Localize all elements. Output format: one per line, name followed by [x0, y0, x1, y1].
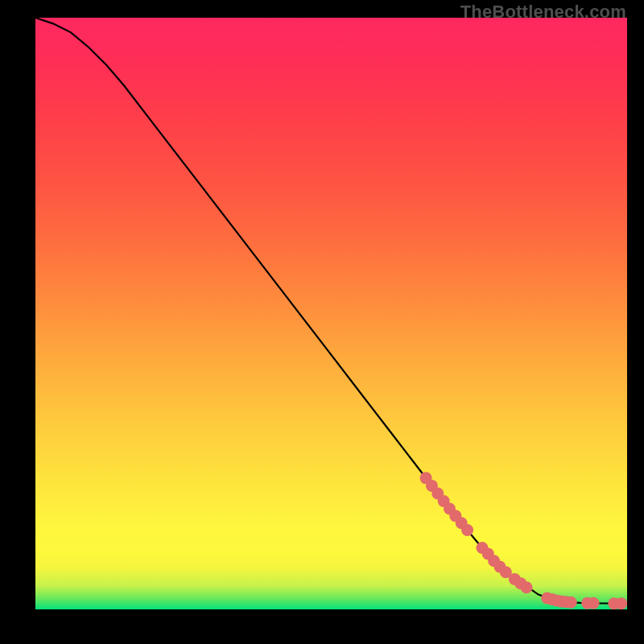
marker-group: [420, 472, 628, 609]
data-marker: [565, 597, 577, 609]
data-marker: [588, 597, 600, 609]
data-marker: [615, 597, 627, 609]
chart-frame: TheBottleneck.com: [0, 0, 644, 644]
plot-area: [35, 18, 627, 609]
data-marker: [521, 581, 533, 593]
chart-svg: [35, 18, 627, 609]
bottleneck-curve: [35, 18, 627, 604]
data-marker: [461, 524, 473, 536]
